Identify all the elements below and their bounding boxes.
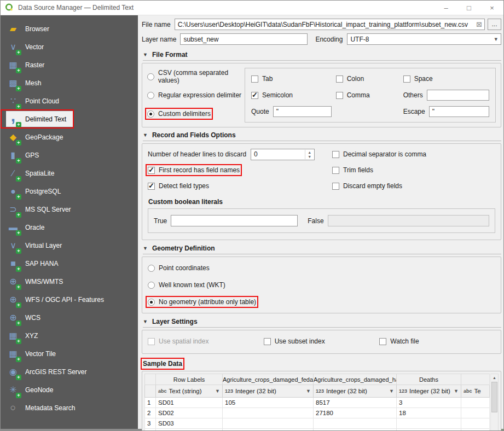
file-format-header[interactable]: File Format — [143, 51, 501, 61]
sidebar-item-ms-sql-server[interactable]: ⊃MS SQL Server — [1, 200, 138, 218]
semicolon-checkbox-row[interactable]: Semicolon — [251, 90, 332, 101]
sidebar-item-wcs[interactable]: ⊕WCS — [1, 308, 138, 327]
detect-types-checkbox[interactable] — [148, 183, 155, 190]
header-lines-spinner[interactable]: 0 ▲ ▼ — [251, 149, 315, 160]
tab-checkbox-row[interactable]: Tab — [251, 73, 332, 84]
spinner-down-icon[interactable]: ▼ — [305, 154, 314, 159]
decimal-comma-label: Decimal separator is comma — [343, 150, 426, 158]
first-record-row[interactable]: First record has field names — [148, 165, 332, 176]
sidebar-item-gps[interactable]: ▮GPS — [1, 146, 138, 164]
sidebar-item-geonode[interactable]: ✳GeoNode — [1, 381, 138, 399]
field-type-select[interactable]: abcTe — [461, 385, 490, 398]
regex-radio-row[interactable]: Regular expression delimiter — [147, 90, 245, 101]
sidebar-item-label: Vector Tile — [25, 350, 56, 358]
column-header[interactable]: Agriculture_crops_damaged_fedan — [223, 374, 314, 385]
comma-checkbox-row[interactable]: Comma — [336, 90, 399, 101]
sidebar-item-spatialite[interactable]: ∕SpatiaLite — [1, 164, 138, 182]
true-input[interactable] — [171, 215, 298, 226]
column-header[interactable]: Row Labels — [156, 374, 223, 385]
first-record-checkbox[interactable] — [148, 167, 155, 174]
record-options-header[interactable]: Record and Fields Options — [143, 131, 501, 141]
clear-file-icon[interactable]: ⊠ — [476, 20, 482, 28]
arcgis-rest-server-icon: ◉ — [6, 365, 20, 378]
point-coordinates-row[interactable]: Point coordinates — [148, 263, 495, 273]
file-name-input[interactable]: C:\Users\user\Desktop\HeiGIT\data\SudanF… — [175, 19, 485, 30]
decimal-comma-row[interactable]: Decimal separator is comma — [332, 149, 495, 160]
tab-checkbox[interactable] — [251, 75, 258, 83]
sidebar-item-oracle[interactable]: ▬Oracle — [1, 218, 138, 236]
field-type-select[interactable]: 123Integer (32 bit)▼ — [314, 385, 397, 398]
watch-file-checkbox[interactable] — [379, 338, 386, 345]
no-geometry-radio[interactable] — [148, 299, 155, 306]
discard-empty-row[interactable]: Discard empty fields — [332, 180, 495, 191]
close-window-button[interactable]: × — [480, 1, 503, 15]
comma-checkbox[interactable] — [336, 92, 343, 99]
column-header[interactable]: Agriculture_crops_damaged_ha — [314, 374, 397, 385]
minimize-button[interactable]: – — [435, 1, 457, 15]
browse-button[interactable]: ... — [488, 19, 501, 30]
colon-checkbox[interactable] — [336, 75, 343, 83]
field-type-select[interactable]: 123Integer (32 bit)▼ — [397, 385, 461, 398]
regex-radio[interactable] — [147, 92, 154, 99]
semicolon-checkbox[interactable] — [251, 92, 258, 99]
sidebar-item-postgresql[interactable]: ●PostgreSQL — [1, 182, 138, 200]
custom-delimiters-radio[interactable] — [147, 110, 154, 118]
sidebar-item-wfs-ogc-api-features[interactable]: ⊕WFS / OGC API - Features — [1, 290, 138, 308]
field-type-select[interactable]: abcText (string)▼ — [156, 385, 223, 398]
layer-name-value: subset_new — [183, 36, 218, 43]
wkt-row[interactable]: Well known text (WKT) — [148, 279, 495, 290]
sidebar-item-label: WCS — [25, 314, 40, 322]
sidebar-item-sap-hana[interactable]: ■SAP HANA — [1, 254, 138, 272]
sidebar-item-vector[interactable]: ∨Vector — [1, 38, 138, 56]
sidebar-item-wms-wmts[interactable]: ⊕WMS/WMTS — [1, 272, 138, 290]
maximize-button[interactable]: □ — [457, 1, 480, 15]
no-geometry-row[interactable]: No geometry (attribute only table) — [148, 296, 495, 307]
window-title: Data Source Manager — Delimited Text — [18, 4, 435, 11]
encoding-select[interactable]: UTF-8 — [347, 33, 501, 45]
csv-radio[interactable] — [147, 73, 154, 80]
subset-index-row[interactable]: Use subset index — [264, 336, 380, 347]
quote-field-row: Quote" — [251, 106, 332, 117]
watch-file-row[interactable]: Watch file — [379, 336, 495, 347]
xyz-tiles-icon: ▦ — [6, 329, 20, 342]
sidebar-item-geopackage[interactable]: ◆GeoPackage — [1, 128, 138, 146]
point-coordinates-radio[interactable] — [148, 265, 155, 272]
sidebar-item-arcgis-rest-server[interactable]: ◉ArcGIS REST Server — [1, 363, 138, 381]
trim-fields-checkbox[interactable] — [332, 167, 339, 174]
subset-index-checkbox[interactable] — [264, 338, 271, 345]
sidebar-item-vector-tile[interactable]: ▦Vector Tile — [1, 345, 138, 363]
escape-input[interactable]: " — [429, 106, 489, 117]
field-type-select[interactable]: 123Integer (32 bit)▼ — [223, 385, 314, 398]
custom-delimiters-radio-row[interactable]: Custom delimiters — [147, 108, 245, 119]
layer-name-input[interactable]: subset_new — [180, 33, 308, 45]
sidebar-item-raster[interactable]: ▦Raster — [1, 56, 138, 74]
vertical-scrollbar[interactable]: ▲ ▼ — [490, 374, 499, 431]
type-prefix: abc — [464, 388, 472, 394]
space-checkbox[interactable] — [403, 75, 410, 83]
scroll-up-icon[interactable]: ▲ — [493, 374, 496, 381]
trim-fields-row[interactable]: Trim fields — [332, 165, 495, 176]
layer-settings-header[interactable]: Layer Settings — [143, 318, 501, 328]
detect-types-row[interactable]: Detect field types — [148, 180, 332, 191]
decimal-comma-checkbox[interactable] — [332, 151, 339, 158]
sidebar-item-metadata-search[interactable]: ○Metadata Search — [1, 399, 138, 417]
sidebar-item-delimited-text[interactable]: ,Delimited Text — [1, 110, 138, 128]
csv-radio-row[interactable]: CSV (comma separated values) — [147, 71, 245, 82]
cell — [223, 408, 314, 418]
wkt-label: Well known text (WKT) — [159, 281, 225, 289]
sidebar-item-point-cloud[interactable]: ∵Point Cloud — [1, 92, 138, 110]
sidebar-item-xyz[interactable]: ▦XYZ — [1, 327, 138, 345]
wkt-radio[interactable] — [148, 282, 155, 289]
colon-checkbox-row[interactable]: Colon — [336, 73, 399, 84]
discard-empty-checkbox[interactable] — [332, 183, 339, 190]
space-checkbox-row[interactable]: Space — [403, 73, 489, 84]
sidebar-item-browser[interactable]: ▰Browser — [1, 20, 138, 38]
quote-input[interactable]: " — [273, 106, 332, 117]
chevron-down-icon: ▼ — [389, 388, 394, 394]
vertical-scroll-thumb[interactable] — [491, 382, 497, 412]
others-input[interactable] — [427, 90, 489, 101]
sidebar-item-virtual-layer[interactable]: ∨Virtual Layer — [1, 236, 138, 254]
sidebar-item-mesh[interactable]: ▩Mesh — [1, 74, 138, 92]
geometry-header[interactable]: Geometry Definition — [143, 244, 501, 254]
column-header[interactable]: Deaths — [397, 374, 461, 385]
